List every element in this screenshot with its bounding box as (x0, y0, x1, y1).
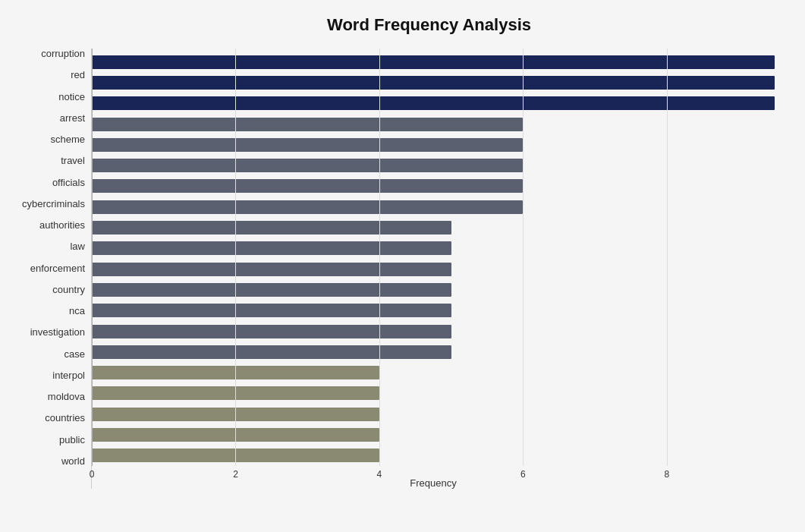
bar-row (92, 259, 775, 279)
y-axis-label: country (8, 285, 91, 294)
y-axis-label: travel (8, 156, 91, 165)
bar (92, 263, 451, 276)
x-tick-label: 6 (520, 469, 526, 480)
y-axis-label: countries (8, 413, 91, 423)
bar-row (92, 155, 775, 175)
y-axis-label: red (8, 70, 91, 80)
y-axis-label: notice (8, 92, 91, 102)
bar (92, 304, 451, 317)
bar-row (92, 114, 775, 134)
bar-row (92, 445, 775, 466)
bar-row (92, 342, 775, 362)
bar (92, 76, 775, 90)
x-axis: 02468 Frequency (92, 466, 775, 489)
plot-area: 02468 Frequency (91, 49, 775, 489)
chart-title: Word Frequency Analysis (8, 15, 775, 35)
y-axis-label: interpol (8, 370, 91, 380)
x-tick-label: 8 (665, 469, 670, 480)
bar-row (92, 404, 775, 424)
y-axis-label: arrest (8, 113, 91, 123)
y-axis-label: moldova (8, 392, 91, 401)
y-axis-label: world (8, 456, 91, 466)
y-axis-label: case (8, 349, 91, 359)
bar (92, 138, 523, 152)
y-axis: corruptionrednoticearrestschemetraveloff… (8, 49, 91, 489)
y-axis-label: cybercriminals (8, 199, 91, 209)
bar (92, 283, 451, 297)
bar-row (92, 93, 775, 114)
bar (92, 345, 451, 359)
bar-row (92, 134, 775, 155)
bar (92, 449, 379, 462)
bar-row (92, 424, 775, 445)
bar-row (92, 238, 775, 259)
x-tick-label: 0 (90, 469, 95, 480)
bar (92, 408, 379, 421)
y-axis-label: enforcement (8, 263, 91, 273)
bar (92, 200, 523, 214)
x-tick-label: 4 (377, 469, 382, 480)
bar-row (92, 72, 775, 93)
y-axis-label: officials (8, 178, 91, 187)
bar (92, 159, 523, 172)
bar-row (92, 301, 775, 321)
bar-row (92, 217, 775, 238)
chart-area: corruptionrednoticearrestschemetraveloff… (8, 49, 775, 489)
bar (92, 118, 523, 131)
bar (92, 96, 775, 110)
bar-row (92, 383, 775, 404)
y-axis-label: investigation (8, 327, 91, 337)
y-axis-label: authorities (8, 220, 91, 230)
bars-container (92, 49, 775, 489)
bar-row (92, 321, 775, 342)
bar (92, 325, 451, 338)
y-axis-label: public (8, 435, 91, 445)
x-axis-label: Frequency (92, 477, 775, 489)
y-axis-label: scheme (8, 134, 91, 144)
bar-row (92, 52, 775, 72)
bar (92, 366, 379, 379)
y-axis-label: nca (8, 306, 91, 316)
y-axis-label: corruption (8, 49, 91, 58)
x-tick-label: 2 (233, 469, 238, 480)
bar-row (92, 279, 775, 300)
bar-row (92, 176, 775, 197)
bar (92, 241, 451, 255)
bar-row (92, 197, 775, 217)
bar (92, 55, 775, 69)
bar (92, 179, 523, 193)
bar (92, 386, 379, 400)
chart-container: Word Frequency Analysis corruptionrednot… (0, 0, 805, 532)
y-axis-label: law (8, 241, 91, 251)
bar (92, 428, 379, 442)
bar (92, 221, 451, 235)
bar-row (92, 362, 775, 382)
